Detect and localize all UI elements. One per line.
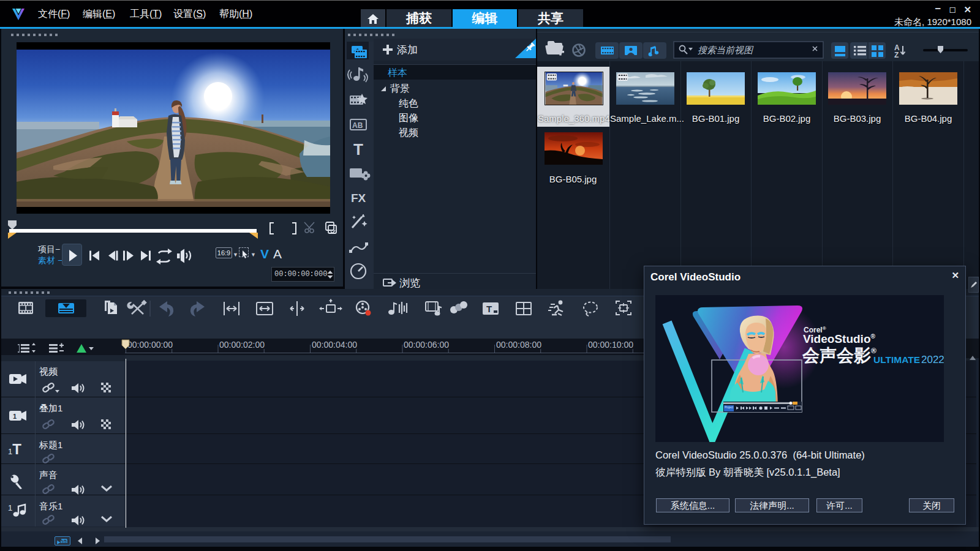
svg-text:00:00:02:00: 00:00:02:00 [219, 340, 265, 350]
svg-text:00:00:06:00: 00:00:06:00 [404, 340, 449, 350]
svg-text:00:00:08:00: 00:00:08:00 [496, 340, 541, 350]
svg-text:T: T [353, 140, 363, 159]
svg-text:搜索当前视图: 搜索当前视图 [698, 45, 754, 55]
svg-text:Project: Project [725, 406, 734, 409]
svg-text:2022: 2022 [921, 354, 944, 365]
svg-text:Z: Z [894, 51, 899, 59]
svg-text:00:00:04:00: 00:00:04:00 [312, 340, 357, 350]
svg-text:VideoStudio®: VideoStudio® [803, 332, 875, 345]
svg-text:T: T [486, 304, 492, 314]
svg-text:FX: FX [351, 192, 366, 204]
svg-text:ULTIMATE: ULTIMATE [873, 354, 920, 365]
svg-text:1: 1 [13, 413, 17, 420]
svg-text:AB: AB [352, 121, 363, 130]
svg-text:00:00:10:00: 00:00:10:00 [588, 340, 633, 350]
svg-text:00:00:00:00: 00:00:00:00 [127, 340, 173, 350]
svg-text:会声会影®: 会声会影® [802, 346, 876, 365]
